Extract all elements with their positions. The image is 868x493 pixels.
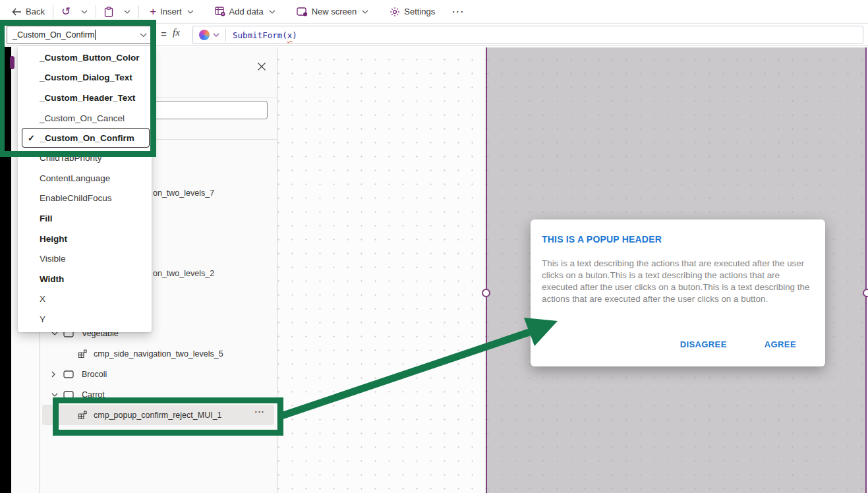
tree-rows: Vegetablecmp_side_navigation_two_levels_… bbox=[42, 323, 274, 425]
property-menu-item-label: _Custom_Button_Color bbox=[40, 53, 140, 63]
toolbar-divider bbox=[53, 5, 53, 18]
property-menu-item[interactable]: Height bbox=[18, 229, 152, 249]
container-icon bbox=[63, 370, 74, 378]
add-data-icon bbox=[215, 7, 225, 16]
popup-dialog[interactable]: THIS IS A POPUP HEADER This is a text de… bbox=[531, 219, 825, 366]
plus-icon: + bbox=[150, 6, 156, 17]
add-data-label: Add data bbox=[229, 7, 264, 16]
popup-body-text: This is a text describing the actions th… bbox=[542, 258, 816, 305]
fx-label: fx bbox=[173, 27, 180, 38]
property-dropdown-menu: _Custom_Button_Color_Custom_Dialog_Text_… bbox=[18, 46, 152, 332]
popup-actions: DISAGREE AGREE bbox=[680, 339, 796, 349]
tree-row-label: cmp_side_navigation_two_levels_5 bbox=[94, 349, 223, 359]
property-menu-item[interactable]: Visible bbox=[18, 248, 152, 269]
formula-divider bbox=[225, 28, 226, 42]
property-selector-combobox[interactable]: _Custom_On_Confirm bbox=[7, 26, 153, 44]
power-apps-studio: Back ↺ + Insert Add data New screen bbox=[0, 0, 868, 493]
copilot-icon bbox=[199, 30, 210, 40]
chevron-down-icon bbox=[81, 10, 88, 14]
property-menu-item-label: _Custom_On_Confirm bbox=[40, 133, 134, 143]
chevron-down-icon bbox=[362, 10, 368, 14]
checkmark-icon: ✓ bbox=[28, 133, 35, 143]
new-screen-button[interactable]: New screen bbox=[291, 0, 374, 23]
property-menu-item-label: EnableChildFocus bbox=[40, 193, 112, 203]
property-menu-item[interactable]: X bbox=[18, 289, 152, 310]
undo-button[interactable]: ↺ bbox=[56, 0, 76, 23]
toolbar-divider bbox=[96, 5, 96, 18]
property-menu-item[interactable]: _Custom_Button_Color bbox=[18, 47, 152, 68]
undo-menu-button[interactable] bbox=[76, 0, 93, 23]
add-data-button[interactable]: Add data bbox=[210, 0, 281, 23]
property-menu-item[interactable]: _Custom_On_Cancel bbox=[18, 108, 152, 129]
new-screen-label: New screen bbox=[312, 7, 357, 16]
tree-row[interactable]: Carrot bbox=[42, 384, 274, 405]
back-button[interactable]: Back bbox=[7, 0, 50, 23]
back-arrow-icon bbox=[12, 8, 22, 16]
settings-label: Settings bbox=[404, 7, 435, 16]
property-menu-item-label: Width bbox=[40, 274, 64, 284]
chevron-down-icon bbox=[124, 10, 130, 14]
selection-right-edge bbox=[865, 47, 867, 493]
paste-menu-button[interactable] bbox=[119, 0, 136, 23]
copilot-button[interactable] bbox=[193, 30, 225, 40]
chevron-down-icon[interactable] bbox=[51, 393, 58, 397]
top-toolbar: Back ↺ + Insert Add data New screen bbox=[0, 0, 868, 24]
close-icon bbox=[257, 62, 266, 71]
tree-row-label: cmp_popup_confirm_reject_MUI_1 bbox=[94, 411, 222, 420]
toolbar-overflow-button[interactable]: ··· bbox=[446, 7, 471, 16]
property-selector-value: _Custom_On_Confirm bbox=[13, 30, 94, 40]
property-menu-item-label: _Custom_Header_Text bbox=[40, 93, 135, 103]
popup-header: THIS IS A POPUP HEADER bbox=[542, 234, 662, 245]
property-menu-item-label: Visible bbox=[40, 254, 66, 264]
text-cursor bbox=[95, 30, 96, 40]
tree-row[interactable]: cmp_popup_confirm_reject_MUI_1··· bbox=[42, 405, 274, 425]
gear-icon bbox=[390, 7, 400, 17]
close-panel-button[interactable] bbox=[252, 57, 271, 76]
insert-button[interactable]: + Insert bbox=[144, 0, 198, 23]
new-screen-icon bbox=[297, 7, 308, 16]
canvas-workspace[interactable] bbox=[277, 47, 486, 493]
tree-row-label: Brocoli bbox=[82, 370, 107, 379]
property-menu-item[interactable]: Y bbox=[18, 309, 152, 330]
clipboard-icon bbox=[104, 7, 113, 17]
more-options-button[interactable]: ··· bbox=[255, 407, 266, 417]
chevron-down-icon bbox=[213, 33, 219, 37]
property-menu-item[interactable]: Fill bbox=[18, 208, 152, 229]
disagree-button[interactable]: DISAGREE bbox=[680, 339, 727, 349]
tree-item-clipped[interactable]: on_two_levels_2 bbox=[153, 269, 214, 278]
property-menu-item[interactable]: EnableChildFocus bbox=[18, 188, 152, 209]
property-menu-item-label: Fill bbox=[40, 214, 53, 223]
paste-button[interactable] bbox=[99, 0, 119, 23]
chevron-right-icon[interactable] bbox=[51, 371, 58, 378]
left-rail-selected-indicator bbox=[10, 56, 14, 69]
undo-icon: ↺ bbox=[61, 6, 71, 17]
property-menu-item-label: X bbox=[40, 294, 45, 304]
resize-handle-left[interactable] bbox=[482, 289, 490, 297]
tree-item-clipped[interactable]: on_two_levels_7 bbox=[153, 188, 214, 198]
property-menu-item[interactable]: _Custom_Dialog_Text bbox=[18, 68, 152, 88]
formula-input[interactable]: SubmitForm(x) bbox=[192, 26, 863, 44]
formula-bar: _Custom_On_Confirm = fx SubmitForm(x) bbox=[0, 24, 868, 46]
property-menu-item[interactable]: ContentLanguage bbox=[18, 168, 152, 188]
property-menu-item-label: Y bbox=[40, 314, 45, 324]
formula-text: SubmitForm(x) bbox=[233, 30, 297, 40]
chevron-down-icon bbox=[269, 10, 275, 14]
equals-sign: = bbox=[161, 28, 167, 40]
selection-left-edge bbox=[486, 47, 487, 493]
agree-button[interactable]: AGREE bbox=[765, 339, 796, 349]
property-menu-item[interactable]: Width bbox=[18, 269, 152, 289]
container-icon bbox=[63, 391, 74, 399]
property-menu-item[interactable]: ChildTabPriority bbox=[18, 148, 152, 168]
tree-row[interactable]: Brocoli bbox=[42, 364, 274, 384]
component-icon bbox=[78, 349, 87, 359]
resize-handle-right[interactable] bbox=[863, 289, 868, 297]
chevron-down-icon bbox=[140, 33, 147, 38]
property-menu-item[interactable]: _Custom_Header_Text bbox=[18, 88, 152, 108]
property-menu-item[interactable]: ✓_Custom_On_Confirm bbox=[22, 128, 150, 148]
property-menu-item-label: ChildTabPriority bbox=[40, 153, 102, 163]
property-menu-item-label: ContentLanguage bbox=[40, 173, 110, 183]
left-rail-overlay bbox=[0, 47, 11, 493]
property-menu-item-label: Height bbox=[40, 234, 67, 244]
tree-row[interactable]: cmp_side_navigation_two_levels_5 bbox=[42, 343, 274, 364]
settings-button[interactable]: Settings bbox=[384, 0, 440, 23]
